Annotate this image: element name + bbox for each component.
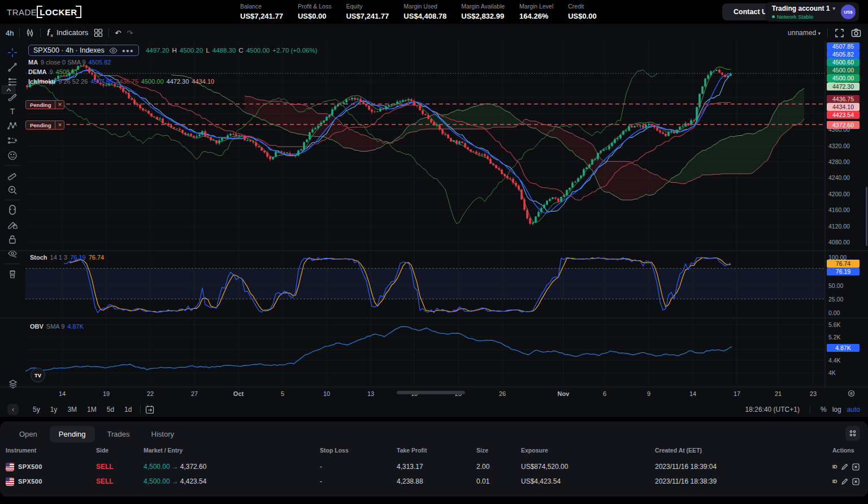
legend-collapse-button[interactable] (2, 85, 15, 94)
account-switcher[interactable]: Trading account 1▾ Network Stable US$ (765, 2, 859, 21)
cancel-order-icon[interactable] (852, 463, 860, 471)
stat-label: Equity (346, 3, 389, 10)
edit-pencil-icon[interactable] (841, 463, 848, 470)
tv-logo-text: TV (34, 372, 41, 378)
layout-name-dropdown[interactable]: unnamed ▾ (788, 29, 821, 37)
time-tick: 14 (683, 390, 703, 397)
legend-part: C (238, 47, 243, 54)
timeframe-button[interactable]: 4h (6, 29, 14, 37)
stat-equity: EquityUS$7,241.77 (346, 3, 389, 20)
legend-part: 76.19 (70, 254, 86, 261)
axis-price-badge: 4500.60 (827, 58, 860, 66)
pending-order-label-1[interactable]: Pending✕ (25, 100, 64, 109)
price-axis[interactable]: 4480.004440.004400.004360.004320.004280.… (825, 41, 868, 402)
axis-price-badge: 76.74 (827, 260, 860, 268)
tab-pending[interactable]: Pending (50, 426, 95, 442)
range-5d[interactable]: 5d (103, 404, 118, 415)
close-icon[interactable]: ✕ (55, 100, 64, 109)
go-to-date-icon[interactable] (145, 405, 155, 414)
range-1y[interactable]: 1y (46, 404, 62, 415)
more-options-icon[interactable]: ●●● (122, 48, 134, 54)
scroll-left-button[interactable]: ‹ (7, 404, 19, 415)
tradingview-logo[interactable]: TV (31, 368, 45, 382)
account-avatar[interactable]: US$ (841, 5, 856, 19)
screenshot-camera-icon[interactable] (851, 28, 861, 37)
auto-scale-button[interactable]: auto (847, 406, 860, 413)
column-header: Exposure (521, 447, 655, 454)
legend-row-dema[interactable]: DEMA94508.61 (28, 68, 318, 75)
legend-part: 14 1 3 (50, 254, 68, 261)
time-axis[interactable]: 14192227Oct51013182326Nov6914172123 (0, 387, 825, 402)
time-tick: 22 (140, 390, 160, 397)
obv-line (25, 327, 732, 372)
axis-tick: 4.4K (828, 357, 841, 364)
order-actions: ID (832, 463, 862, 471)
legend-row-ma[interactable]: MA9 close 0 SMA 94505.82 (28, 58, 318, 66)
axis-price-badge: 4436.75 (827, 95, 860, 103)
clock[interactable]: 18:26:40 (UTC+1) (745, 406, 800, 413)
indicators-button[interactable]: ƒxIndicators (46, 28, 88, 38)
tab-open[interactable]: Open (10, 426, 46, 442)
order-exposure: US$874,520.00 (521, 463, 655, 471)
stat-balance: BalanceUS$7,241.77 (240, 3, 283, 20)
axis-tick: 0.00 (828, 309, 840, 316)
tab-trades[interactable]: Trades (98, 426, 139, 442)
edit-pencil-icon[interactable] (841, 478, 848, 485)
account-stats: BalanceUS$7,241.77Profit & LossUS$0.00Eq… (240, 3, 597, 20)
pending-label-text: Pending (26, 122, 55, 128)
column-header: Actions (832, 447, 862, 454)
range-3M[interactable]: 3M (63, 404, 81, 415)
order-row-2[interactable]: SPX500SELL4,500.00→4,423.54-4,238.880.01… (0, 474, 868, 489)
us-flag-icon (6, 463, 14, 471)
obv-pane (25, 327, 732, 372)
order-side: SELL (96, 477, 144, 485)
chart-style-button[interactable] (25, 28, 34, 37)
legend-row-ichimoku[interactable]: Ichimoku9 26 52 264507.854436.754500.004… (28, 77, 318, 85)
order-row-1[interactable]: SPX500SELL4,500.00→4,372.60-4,313.172.00… (0, 459, 868, 474)
legend-part: 4500.00 (246, 47, 270, 54)
copy-id-icon[interactable]: ID (832, 479, 837, 484)
axis-tick: 4200.00 (828, 191, 850, 197)
order-actions: ID (832, 478, 862, 485)
range-1d[interactable]: 1d (120, 404, 136, 415)
cancel-order-icon[interactable] (852, 478, 860, 485)
stat-value: US$7,241.77 (346, 12, 389, 20)
axis-price-badge: 4.87K (827, 344, 860, 352)
axis-scrollbar[interactable] (866, 187, 867, 246)
order-take-profit: 4,313.17 (397, 463, 476, 471)
undo-button[interactable]: ↶ (115, 29, 121, 37)
fullscreen-icon[interactable] (835, 28, 844, 38)
time-tick: 17 (727, 390, 747, 397)
time-tick: 9 (639, 390, 659, 397)
legend-part: MA (28, 59, 38, 66)
order-stop-loss: - (320, 477, 397, 485)
symbol-pill[interactable]: SPX500 · 4h · Indexes ●●● (28, 45, 139, 56)
axis-settings-gear-icon[interactable] (847, 389, 856, 400)
percent-scale-button[interactable]: % (821, 406, 827, 413)
tab-history[interactable]: History (142, 426, 183, 442)
legend-part: 9 26 52 26 (58, 78, 88, 85)
layout-grid-button[interactable] (94, 28, 103, 37)
visibility-eye-icon[interactable] (109, 48, 118, 54)
redo-button[interactable]: ↷ (127, 29, 133, 37)
legend-part: DEMA (28, 68, 46, 75)
range-5y[interactable]: 5y (29, 404, 44, 415)
panel-layout-button[interactable] (845, 426, 860, 441)
stat-value: US$0.00 (298, 12, 332, 20)
chart-canvas[interactable] (0, 41, 868, 402)
stat-value: US$0.00 (568, 12, 597, 20)
close-icon[interactable]: ✕ (55, 120, 64, 130)
time-tick: 27 (184, 390, 205, 397)
chart-bottom-toolbar: ‹ 5y1y3M1M5d1d 18:26:40 (UTC+1) % log au… (0, 402, 868, 417)
time-tick: 6 (594, 390, 615, 397)
axis-price-badge: 4505.82 (827, 50, 860, 58)
pending-order-label-2[interactable]: Pending✕ (25, 120, 64, 130)
grid-lines (25, 41, 825, 387)
range-1M[interactable]: 1M (83, 404, 101, 415)
legend-part: 4488.30 (212, 47, 236, 54)
order-size: 2.00 (476, 463, 521, 471)
log-scale-button[interactable]: log (832, 406, 841, 413)
chart-scrollbar-handle[interactable] (397, 391, 465, 394)
column-header: Stop Loss (320, 447, 397, 454)
copy-id-icon[interactable]: ID (832, 464, 837, 469)
